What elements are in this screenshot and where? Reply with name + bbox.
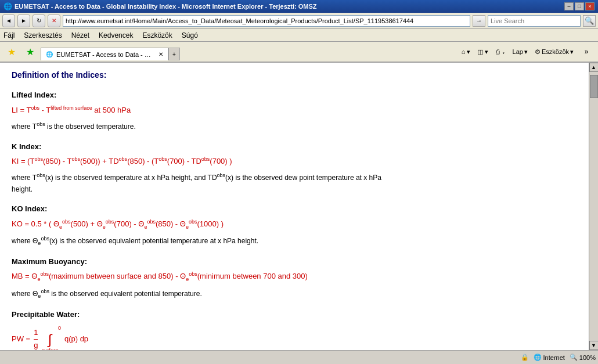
menu-help[interactable]: Súgó <box>182 31 198 39</box>
back-button[interactable]: ◄ <box>2 15 15 27</box>
zoom-level: 100% <box>579 354 596 361</box>
tab-close-icon[interactable]: ✕ <box>158 51 163 57</box>
precipitable-water-formula: PW = 1 g 0 ∫ surface q(p) dp <box>12 324 577 350</box>
status-bar: 🔒 🌐 Internet 🔍 100% <box>0 350 598 364</box>
integrand: q(p) dp <box>64 333 88 345</box>
browser-content: Definition of the Indices: Lifted Index:… <box>0 63 598 350</box>
lock-icon-area: 🔒 <box>521 354 529 361</box>
scrollbar-track[interactable] <box>589 72 599 341</box>
status-right: 🔒 🌐 Internet 🔍 100% <box>521 354 596 361</box>
title-bar-controls: – □ × <box>564 2 595 10</box>
tools-button[interactable]: ⚙ Eszközök ▾ <box>532 47 576 57</box>
fraction-numerator: 1 <box>34 327 38 339</box>
k-index-description: where Tobs(x) is the observed temperatur… <box>12 171 577 194</box>
print-button[interactable]: ⎙ ▾ <box>493 47 508 56</box>
menu-file[interactable]: Fájl <box>3 31 15 39</box>
menu-bar: Fájl Szerkesztés Nézet Kedvencek Eszközö… <box>0 29 598 42</box>
close-button[interactable]: × <box>585 2 595 10</box>
address-bar: ◄ ► ↻ ✕ → 🔍 <box>0 13 598 29</box>
lifted-index-formula: LI = Tobs - Tlifted from surface at 500 … <box>12 104 577 117</box>
forward-button[interactable]: ► <box>17 15 30 27</box>
k-index-formula: KI = (Tobs(850) - Tobs(500)) + TDobs(850… <box>12 155 577 168</box>
search-button[interactable]: 🔍 <box>583 15 596 27</box>
favorites-star-icon[interactable]: ★ <box>3 44 20 60</box>
menu-favorites[interactable]: Kedvencek <box>99 31 133 39</box>
tab-bar: 🌐 EUMETSAT - Access to Data - Global Ins… <box>41 43 457 60</box>
internet-label: Internet <box>543 354 565 361</box>
window-title: EUMETSAT - Access to Data - Global Insta… <box>15 3 317 10</box>
more-button[interactable]: » <box>578 44 595 60</box>
browser-tab[interactable]: 🌐 EUMETSAT - Access to Data - Global Ins… <box>41 48 168 60</box>
tab-icon: 🌐 <box>46 51 53 57</box>
stop-button[interactable]: ✕ <box>48 15 60 27</box>
vertical-scrollbar: ▲ ▼ <box>589 63 598 350</box>
tab-title: EUMETSAT - Access to Data - Global Insta… <box>56 51 153 58</box>
max-buoyancy-description: where Θeobs is the observed equivalent p… <box>12 287 577 301</box>
page-button[interactable]: Lap ▾ <box>510 47 530 57</box>
zoom-indicator: 🔍 100% <box>570 354 596 361</box>
scroll-down-button[interactable]: ▼ <box>589 341 599 350</box>
integral-symbol: ∫ <box>48 333 52 347</box>
menu-tools[interactable]: Eszközök <box>142 31 172 39</box>
minimize-button[interactable]: – <box>564 2 574 10</box>
internet-zone: 🌐 Internet <box>534 354 565 361</box>
scrollbar-thumb[interactable] <box>590 75 598 98</box>
ko-index-label: KO Index: <box>12 203 577 215</box>
precipitable-water-label: Precipitable Water: <box>12 309 577 321</box>
scroll-up-button[interactable]: ▲ <box>589 63 599 72</box>
go-button[interactable]: → <box>473 15 485 27</box>
page-content: Definition of the Indices: Lifted Index:… <box>0 63 589 350</box>
definition-title: Definition of the Indices: <box>12 69 577 81</box>
new-tab-button[interactable]: + <box>168 48 180 60</box>
feeds-button[interactable]: ◫ ▾ <box>475 47 491 57</box>
lifted-index-label: Lifted Index: <box>12 89 577 102</box>
home-button[interactable]: ⌂ ▾ <box>459 47 473 57</box>
zoom-icon: 🔍 <box>570 354 578 361</box>
ko-index-formula: KO = 0.5 * ( Θeobs(500) + Θeobs(700) - Θ… <box>12 218 577 231</box>
fraction-denominator: g <box>34 340 38 350</box>
pw-label: PW = <box>12 333 30 345</box>
toolbar-right: ⌂ ▾ ◫ ▾ ⎙ ▾ Lap ▾ ⚙ Eszközök ▾ » <box>459 44 595 60</box>
integral-upper: 0 <box>58 324 61 332</box>
search-input[interactable] <box>488 15 581 27</box>
globe-icon: 🌐 <box>534 354 542 361</box>
refresh-button[interactable]: ↻ <box>33 15 45 27</box>
ko-index-description: where Θeobs(x) is the observed equivalen… <box>12 235 577 248</box>
maximize-button[interactable]: □ <box>575 2 584 10</box>
address-input[interactable] <box>63 15 470 27</box>
max-buoyancy-formula: MB = Θeobs(maximum between surface and 8… <box>12 270 577 283</box>
k-index-label: K Index: <box>12 141 577 153</box>
title-bar: 🌐 EUMETSAT - Access to Data - Global Ins… <box>0 0 598 13</box>
add-favorites-icon[interactable]: ★ <box>22 44 38 60</box>
title-bar-left: 🌐 EUMETSAT - Access to Data - Global Ins… <box>3 2 317 10</box>
integral-lower: surface <box>41 347 59 350</box>
max-buoyancy-label: Maximum Buoyancy: <box>12 256 577 268</box>
menu-view[interactable]: Nézet <box>71 31 89 39</box>
integral: 0 ∫ surface <box>41 324 59 350</box>
menu-edit[interactable]: Szerkesztés <box>24 31 62 39</box>
ie-icon: 🌐 <box>3 2 12 10</box>
fraction: 1 g <box>34 327 38 350</box>
lock-icon: 🔒 <box>521 354 529 361</box>
lifted-index-description: where Tobs is the observed temperature. <box>12 120 577 132</box>
toolbar: ★ ★ 🌐 EUMETSAT - Access to Data - Global… <box>0 42 598 63</box>
